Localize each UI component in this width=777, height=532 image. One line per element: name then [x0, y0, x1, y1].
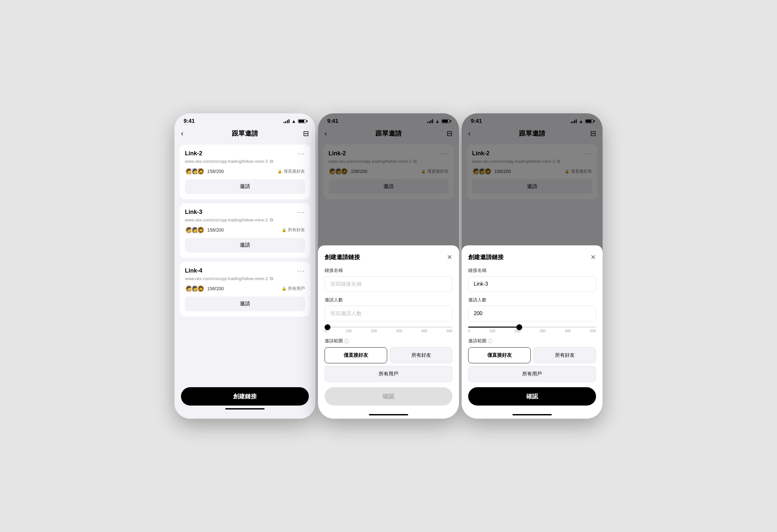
slider-fill-3: [468, 326, 519, 327]
modal-title-3: 創建邀請鏈接: [468, 253, 504, 261]
name-label-3: 鏈接名稱: [468, 268, 596, 274]
invite-button-1[interactable]: 邀請: [185, 238, 305, 253]
status-icons-1: ▲: [284, 119, 306, 124]
scope-label-3: 邀請範圍 i: [468, 338, 596, 344]
avatars-count-1: 🧑 👩 🧔 158/200: [185, 226, 224, 234]
phone-3: 9:41 ▲ ‹: [462, 113, 602, 419]
scope-all-users-2[interactable]: 所有用戶: [325, 366, 452, 382]
count-input-3[interactable]: [468, 306, 596, 321]
scope-direct-friends-3[interactable]: 僅直接好友: [468, 347, 531, 363]
slider-track-3: [468, 326, 596, 327]
wifi-icon-1: ▲: [292, 119, 296, 124]
slider-container-3: 0 100 200 300 400 500: [468, 326, 596, 333]
count-text-0: 158/200: [207, 169, 224, 174]
link-card-2: Link-4 ··· www.okx.com/cn/copy-trading/f…: [180, 262, 310, 316]
scan-icon-1[interactable]: ⊟: [303, 129, 309, 138]
privacy-text-2: 所有用戶: [288, 286, 305, 291]
screen-3: 9:41 ▲ ‹: [462, 113, 602, 419]
link-url-2: www.okx.com/cn/copy-trading/follow-mine-…: [185, 276, 268, 281]
avatars-count-2: 🧑 👩 🧔 158/200: [185, 285, 224, 292]
privacy-badge-2: 🔒 所有用戶: [282, 286, 305, 291]
page-title-1: 跟單邀請: [232, 129, 258, 138]
slider-thumb-2[interactable]: [325, 324, 330, 330]
home-indicator-3: [513, 414, 552, 415]
invite-button-2[interactable]: 邀請: [185, 296, 305, 311]
privacy-badge-0: 🔒 僅直接好友: [278, 168, 305, 174]
link-card-1: Link-3 ··· www.okx.com/cn/copy-trading/f…: [180, 203, 310, 258]
slider-labels-2: 0 100 200 300 400 500: [325, 329, 452, 333]
confirm-button-3[interactable]: 確認: [468, 387, 596, 406]
avatars-count-0: 🧑 👩 🧔 158/200: [185, 167, 224, 175]
info-icon-2: i: [344, 339, 349, 343]
link-name-0: Link-2: [185, 150, 202, 157]
phone-container: 9:41 ▲ ‹ 跟單邀請: [173, 113, 604, 419]
privacy-text-0: 僅直接好友: [284, 168, 305, 174]
scope-grid-2: 僅直接好友 所有好友 所有用戶: [325, 347, 452, 382]
screen-1: 9:41 ▲ ‹ 跟單邀請: [175, 113, 315, 419]
name-label-2: 鏈接名稱: [325, 268, 452, 274]
phone-1: 9:41 ▲ ‹ 跟單邀請: [175, 113, 315, 419]
modal-sheet-2: 創建邀請鏈接 ✕ 鏈接名稱 邀請人數 0 100 200: [318, 245, 459, 419]
back-button-1[interactable]: ‹: [181, 129, 192, 138]
status-time-1: 9:41: [184, 118, 195, 125]
slider-track-2: [325, 326, 452, 327]
link-name-1: Link-3: [185, 209, 202, 216]
more-button-1[interactable]: ···: [297, 208, 305, 216]
close-button-2[interactable]: ✕: [447, 253, 452, 261]
copy-icon-2[interactable]: ⧉: [270, 276, 273, 281]
slider-container-2: 0 100 200 300 400 500: [325, 326, 452, 333]
invite-button-0[interactable]: 邀請: [185, 179, 305, 194]
modal-title-2: 創建邀請鏈接: [325, 253, 360, 261]
modal-header-2: 創建邀請鏈接 ✕: [325, 253, 452, 261]
scroll-content-1: Link-2 ··· www.okx.com/cn/copy-trading/f…: [175, 142, 315, 419]
avatar-stack-0: 🧑 👩 🧔: [185, 167, 205, 175]
name-input-2[interactable]: [325, 276, 452, 292]
info-icon-3: i: [488, 339, 492, 343]
lock-icon-0: 🔒: [278, 169, 282, 174]
avatar-stack-1: 🧑 👩 🧔: [185, 226, 205, 234]
modal-header-3: 創建邀請鏈接 ✕: [468, 253, 596, 261]
scope-all-users-3[interactable]: 所有用戶: [468, 366, 596, 382]
name-input-3[interactable]: [468, 276, 596, 292]
scope-label-2: 邀請範圍 i: [325, 338, 452, 344]
close-button-3[interactable]: ✕: [590, 253, 596, 261]
count-label-2: 邀請人數: [325, 297, 452, 303]
modal-sheet-3: 創建邀請鏈接 ✕ 鏈接名稱 邀請人數 0 100 200: [462, 245, 602, 419]
count-text-2: 158/200: [207, 286, 224, 291]
scope-all-friends-3[interactable]: 所有好友: [533, 347, 596, 363]
phone-2: 9:41 ▲ ‹: [318, 113, 459, 419]
more-button-0[interactable]: ···: [297, 150, 305, 157]
status-bar-1: 9:41 ▲: [175, 113, 315, 126]
scope-direct-friends-2[interactable]: 僅直接好友: [325, 347, 387, 363]
slider-thumb-3[interactable]: [516, 324, 522, 330]
privacy-text-1: 所有好友: [288, 227, 305, 233]
create-link-button-1[interactable]: 創建鏈接: [181, 387, 309, 406]
more-button-2[interactable]: ···: [297, 267, 305, 274]
lock-icon-2: 🔒: [282, 286, 287, 291]
privacy-badge-1: 🔒 所有好友: [282, 227, 305, 233]
scope-grid-3: 僅直接好友 所有好友 所有用戶: [468, 347, 596, 382]
home-indicator-2: [369, 414, 408, 415]
slider-labels-3: 0 100 200 300 400 500: [468, 329, 596, 333]
link-url-0: www.okx.com/cn/copy-trading/follow-mine-…: [185, 159, 268, 164]
nav-action-1[interactable]: ⊟: [298, 129, 309, 138]
count-label-3: 邀請人數: [468, 297, 596, 303]
copy-icon-0[interactable]: ⧉: [270, 158, 273, 164]
count-input-2[interactable]: [325, 306, 452, 321]
link-url-1: www.okx.com/cn/copy-trading/follow-mine-…: [185, 218, 268, 223]
bottom-bar-1: 創建鏈接: [175, 383, 315, 419]
lock-icon-1: 🔒: [282, 228, 287, 232]
copy-icon-1[interactable]: ⧉: [270, 217, 273, 223]
screen-2: 9:41 ▲ ‹: [318, 113, 459, 419]
confirm-button-2[interactable]: 確認: [325, 387, 452, 406]
count-text-1: 158/200: [207, 227, 224, 233]
avatar-stack-2: 🧑 👩 🧔: [185, 285, 205, 292]
scope-all-friends-2[interactable]: 所有好友: [390, 347, 452, 363]
home-indicator-1: [225, 408, 264, 409]
signal-icon-1: [284, 119, 290, 123]
link-card-0: Link-2 ··· www.okx.com/cn/copy-trading/f…: [180, 144, 310, 199]
link-name-2: Link-4: [185, 267, 202, 274]
nav-header-1: ‹ 跟單邀請 ⊟: [175, 126, 315, 142]
battery-icon-1: [298, 119, 306, 123]
